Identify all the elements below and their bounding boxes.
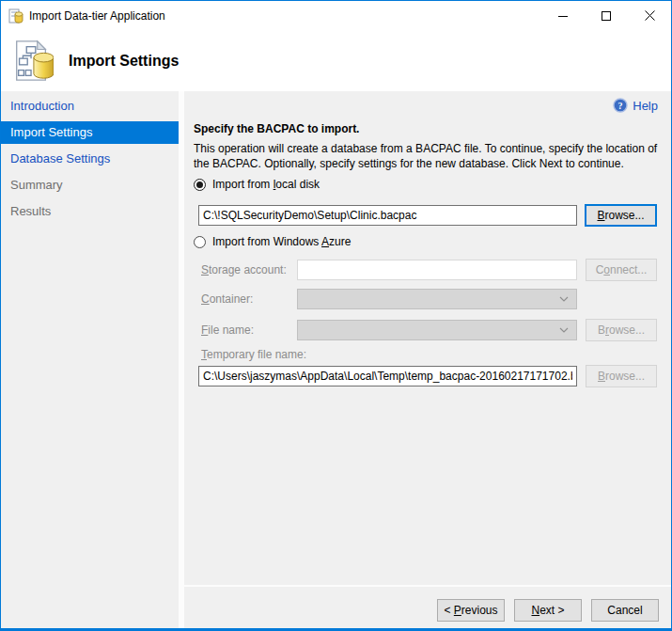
temp-file-row: Browse... (198, 365, 657, 387)
bacpac-path-input[interactable] (198, 205, 577, 226)
footer-separator (184, 585, 671, 587)
import-dac-wizard-window: Import Data-tier Application (0, 0, 672, 631)
chevron-down-icon (559, 296, 569, 302)
radio-button-unselected[interactable] (194, 236, 206, 248)
sidebar-item-import-settings[interactable]: Import Settings (1, 121, 179, 144)
radio-import-windows-azure[interactable]: Import from Windows Azure (194, 235, 351, 248)
file-name-dropdown (297, 320, 577, 340)
wizard-steps-sidebar: Introduction Import Settings Database Se… (1, 91, 179, 628)
wizard-footer-buttons: < Previous Next > Cancel (437, 599, 659, 622)
browse-local-button[interactable]: Browse... (585, 204, 657, 227)
radio-azure-label: Import from Windows Azure (212, 235, 351, 248)
help-icon: ? (613, 98, 628, 113)
browse-temp-file-button: Browse... (586, 365, 657, 387)
page-title: Import Settings (69, 53, 179, 70)
minimize-button[interactable] (541, 1, 585, 30)
file-name-label: File name: (201, 323, 297, 337)
container-dropdown (297, 289, 577, 309)
sidebar-item-summary[interactable]: Summary (1, 174, 179, 197)
window-controls (541, 1, 671, 30)
svg-text:?: ? (618, 101, 623, 111)
sidebar-item-database-settings[interactable]: Database Settings (1, 148, 179, 170)
next-button[interactable]: Next > (514, 599, 582, 622)
sidebar-item-introduction[interactable]: Introduction (1, 95, 179, 118)
connect-button: Connect... (586, 259, 657, 281)
cancel-button[interactable]: Cancel (591, 599, 659, 622)
window-title: Import Data-tier Application (29, 9, 165, 23)
browse-azure-file-button: Browse... (586, 319, 657, 341)
storage-account-row: Storage account: Connect... (201, 259, 657, 281)
radio-local-disk-label: Import from local disk (212, 178, 320, 191)
help-link-label: Help (633, 99, 658, 113)
container-label: Container: (201, 292, 297, 306)
app-icon (8, 8, 23, 24)
previous-button[interactable]: < Previous (437, 599, 505, 622)
sidebar-item-results[interactable]: Results (1, 200, 179, 223)
temp-file-name-input[interactable] (198, 366, 577, 386)
title-bar[interactable]: Import Data-tier Application (1, 1, 671, 30)
storage-account-label: Storage account: (201, 263, 297, 276)
close-button[interactable] (628, 1, 671, 30)
radio-import-local-disk[interactable]: Import from local disk (194, 178, 320, 191)
maximize-button[interactable] (585, 1, 628, 30)
chevron-down-icon (559, 327, 569, 333)
radio-button-selected[interactable] (194, 179, 206, 191)
section-description: This operation will create a database fr… (194, 141, 665, 171)
dac-package-icon (10, 39, 54, 83)
wizard-header: Import Settings (1, 30, 671, 91)
import-settings-page: ? Help Specify the BACPAC to import. Thi… (184, 91, 671, 628)
local-path-row: Browse... (198, 204, 657, 227)
file-name-row: File name: Browse... (201, 319, 657, 341)
storage-account-input (297, 260, 577, 280)
container-row: Container: (201, 289, 577, 309)
help-link[interactable]: ? Help (613, 98, 658, 113)
section-heading: Specify the BACPAC to import. (194, 122, 359, 135)
temp-file-name-label: Temporary file name: (201, 348, 306, 361)
